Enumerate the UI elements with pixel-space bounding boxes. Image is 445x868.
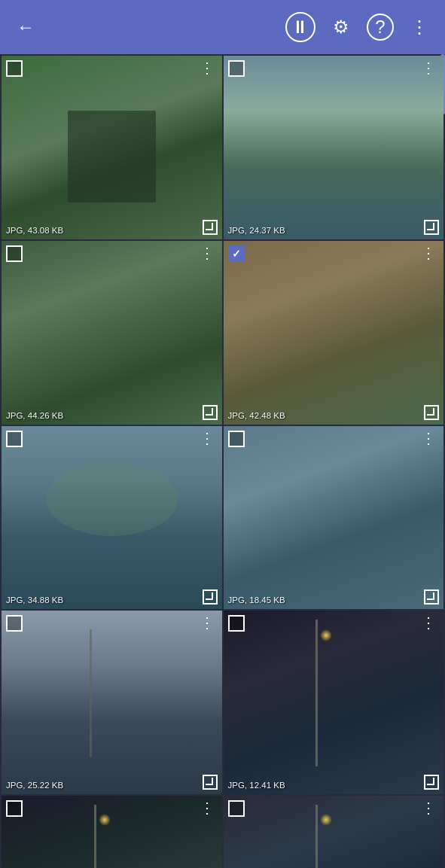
item-overlay-6: ⋮ JPG, 18.45 KB <box>224 426 444 610</box>
expand-button-1[interactable] <box>203 220 218 235</box>
item-top-9: ⋮ <box>2 796 222 817</box>
item-bottom-6: JPG, 18.45 KB <box>224 589 444 609</box>
grid-item-9: ⋮ JPG, 10.16 KB <box>2 796 222 868</box>
expand-button-3[interactable] <box>203 405 218 420</box>
expand-button-5[interactable] <box>203 589 218 605</box>
checkbox-1[interactable] <box>6 60 23 77</box>
item-label-5: JPG, 34.88 KB <box>6 595 63 605</box>
item-bottom-1: JPG, 43.08 KB <box>2 220 222 239</box>
item-overlay-2: ⋮ JPG, 24.37 KB <box>224 56 444 239</box>
grid-item-5: ⋮ JPG, 34.88 KB <box>2 426 222 610</box>
more-options-6[interactable]: ⋮ <box>418 431 439 446</box>
item-bottom-8: JPG, 12.41 KB <box>224 775 444 794</box>
settings-button[interactable]: ⚙ <box>328 14 355 41</box>
item-top-2: ⋮ <box>224 56 444 77</box>
item-overlay-10: ⋮ JPG, 11.83 KB <box>224 796 444 868</box>
item-overlay-3: ⋮ JPG, 44.26 KB <box>2 241 222 425</box>
more-options-9[interactable]: ⋮ <box>197 800 218 815</box>
item-top-8: ⋮ <box>224 611 444 632</box>
help-button[interactable]: ? <box>367 14 394 41</box>
photo-grid: ⋮ JPG, 43.08 KB ⋮ JPG, 24.37 KB ⋮ <box>0 54 445 868</box>
item-overlay-1: ⋮ JPG, 43.08 KB <box>2 56 222 239</box>
checkbox-4[interactable] <box>228 245 245 262</box>
expand-button-6[interactable] <box>424 589 439 605</box>
more-options-8[interactable]: ⋮ <box>418 615 439 630</box>
toolbar: ← ⏸ ⚙ ? ⋮ <box>0 0 445 54</box>
more-options-7[interactable]: ⋮ <box>197 615 218 630</box>
more-options-2[interactable]: ⋮ <box>418 60 439 75</box>
item-bottom-3: JPG, 44.26 KB <box>2 405 222 425</box>
item-bottom-4: JPG, 42.48 KB <box>224 405 444 425</box>
more-options-1[interactable]: ⋮ <box>197 60 218 75</box>
item-bottom-2: JPG, 24.37 KB <box>224 220 444 239</box>
expand-button-7[interactable] <box>203 775 218 790</box>
item-top-6: ⋮ <box>224 426 444 447</box>
checkbox-8[interactable] <box>228 615 245 632</box>
item-overlay-5: ⋮ JPG, 34.88 KB <box>2 426 222 610</box>
help-icon: ? <box>375 17 385 38</box>
pause-button[interactable]: ⏸ <box>285 12 315 42</box>
grid-item-3: ⋮ JPG, 44.26 KB <box>2 241 222 425</box>
checkbox-7[interactable] <box>6 615 23 632</box>
checkbox-10[interactable] <box>228 800 245 817</box>
item-top-4: ⋮ <box>224 241 444 262</box>
item-label-4: JPG, 42.48 KB <box>228 411 285 420</box>
item-top-3: ⋮ <box>2 241 222 262</box>
item-overlay-8: ⋮ JPG, 12.41 KB <box>224 611 444 794</box>
grid-item-4: ⋮ JPG, 42.48 KB <box>224 241 444 425</box>
more-menu-button[interactable]: ⋮ <box>406 14 433 41</box>
more-icon: ⋮ <box>410 17 428 38</box>
more-options-10[interactable]: ⋮ <box>418 800 439 815</box>
item-top-10: ⋮ <box>224 796 444 817</box>
item-top-5: ⋮ <box>2 426 222 447</box>
item-bottom-7: JPG, 25.22 KB <box>2 775 222 794</box>
item-overlay-9: ⋮ JPG, 10.16 KB <box>2 796 222 868</box>
item-label-3: JPG, 44.26 KB <box>6 411 63 420</box>
more-options-3[interactable]: ⋮ <box>197 245 218 260</box>
item-overlay-7: ⋮ JPG, 25.22 KB <box>2 611 222 794</box>
grid-item-7: ⋮ JPG, 25.22 KB <box>2 611 222 794</box>
item-label-7: JPG, 25.22 KB <box>6 781 63 790</box>
item-top-7: ⋮ <box>2 611 222 632</box>
item-label-8: JPG, 12.41 KB <box>228 781 285 790</box>
checkbox-2[interactable] <box>228 60 245 77</box>
grid-item-10: ⋮ JPG, 11.83 KB <box>224 796 444 868</box>
item-top-1: ⋮ <box>2 56 222 77</box>
item-label-6: JPG, 18.45 KB <box>228 595 285 605</box>
more-options-5[interactable]: ⋮ <box>197 431 218 446</box>
expand-button-8[interactable] <box>424 775 439 790</box>
grid-item-2: ⋮ JPG, 24.37 KB <box>224 56 444 239</box>
expand-button-2[interactable] <box>424 220 439 235</box>
more-options-4[interactable]: ⋮ <box>418 245 439 260</box>
item-bottom-5: JPG, 34.88 KB <box>2 589 222 609</box>
gear-icon: ⚙ <box>333 17 349 38</box>
pause-icon: ⏸ <box>291 17 309 38</box>
grid-item-6: ⋮ JPG, 18.45 KB <box>224 426 444 610</box>
item-label-1: JPG, 43.08 KB <box>6 226 63 235</box>
item-label-2: JPG, 24.37 KB <box>228 226 285 235</box>
checkbox-5[interactable] <box>6 431 23 447</box>
checkbox-3[interactable] <box>6 245 23 262</box>
expand-button-4[interactable] <box>424 405 439 420</box>
grid-item-8: ⋮ JPG, 12.41 KB <box>224 611 444 794</box>
grid-item-1: ⋮ JPG, 43.08 KB <box>2 56 222 239</box>
checkbox-9[interactable] <box>6 800 23 817</box>
item-overlay-4: ⋮ JPG, 42.48 KB <box>224 241 444 425</box>
checkbox-6[interactable] <box>228 431 245 447</box>
back-button[interactable]: ← <box>12 14 39 41</box>
